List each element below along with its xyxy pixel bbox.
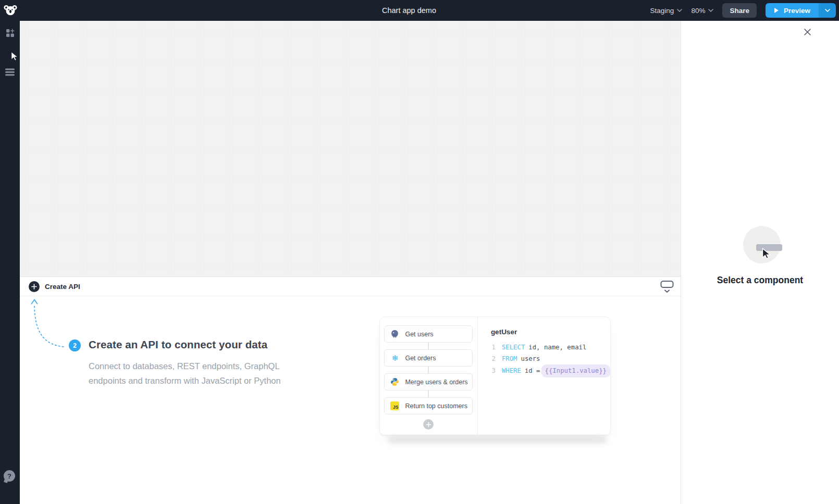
preview-button[interactable]: Preview (766, 3, 819, 18)
chain-connector (428, 367, 429, 373)
query-label: Get users (405, 331, 433, 338)
line-number: 3 (491, 366, 496, 377)
app-canvas[interactable] (20, 21, 681, 277)
template-binding-pill: {{Input1.value}} (541, 364, 610, 377)
topbar-actions: Staging 80% Share Preview (650, 0, 836, 21)
api-illustration-card: Get users ❄ Get orders Merge users & ord… (379, 317, 611, 435)
chain-connector (428, 343, 429, 349)
plus-icon (29, 281, 40, 292)
chevron-down-icon (708, 9, 713, 12)
add-component-button[interactable] (0, 26, 20, 40)
environment-label: Staging (650, 7, 674, 15)
query-name: getUser (491, 328, 610, 336)
query-label: Get orders (405, 355, 436, 362)
panel-collapse-icon (660, 279, 674, 294)
collapse-panel-button[interactable] (660, 279, 674, 295)
help-label: ? (7, 472, 11, 480)
zoom-level: 80% (691, 7, 705, 15)
help-button[interactable]: ? (4, 470, 15, 482)
blurred-next-step (388, 436, 607, 443)
onboarding-title: Create an API to connect your data (89, 338, 267, 351)
onboarding-section: 2 Create an API to connect your data Con… (20, 297, 681, 504)
query-row-return: JS Return top customers (384, 397, 473, 414)
query-chain: Get users ❄ Get orders Merge users & ord… (380, 317, 478, 435)
inspector-panel: Select a component (681, 21, 839, 504)
left-sidebar: ? (0, 21, 20, 504)
query-row-merge: Merge users & orders (384, 373, 473, 390)
query-label: Return top customers (405, 402, 467, 410)
preview-split-button: Preview (766, 3, 836, 18)
line-number: 1 (491, 342, 496, 354)
code-line: 3 WHERE id = {{Input1.value}} (491, 364, 610, 377)
share-button[interactable]: Share (722, 3, 757, 18)
query-code-preview: getUser 1 SELECT id, name, email 2 FROM … (478, 317, 610, 435)
sql-text: id = (525, 366, 540, 377)
sql-text: users (521, 354, 540, 365)
add-component-icon (5, 28, 15, 38)
chevron-down-icon (825, 9, 830, 12)
close-panel-button[interactable] (803, 28, 812, 37)
dashed-arrow (20, 297, 93, 354)
preview-options-button[interactable] (819, 3, 836, 18)
code-line: 1 SELECT id, name, email (491, 342, 610, 354)
create-api-button[interactable]: Create API (29, 281, 80, 292)
koala-logo[interactable] (4, 4, 17, 17)
topbar: Chart app demo Staging 80% Share Preview (0, 0, 839, 21)
onboarding-description: Connect to databases, REST endpoints, Gr… (89, 359, 281, 388)
select-component-illustration (743, 226, 781, 263)
query-row-get-users: Get users (384, 325, 473, 343)
postgresql-icon (390, 330, 399, 338)
sql-keyword: FROM (502, 354, 517, 365)
query-label: Merge users & orders (405, 379, 467, 386)
sql-keyword: WHERE (502, 366, 521, 377)
sql-text: id, name, email (528, 342, 586, 354)
zoom-dropdown[interactable]: 80% (691, 7, 713, 15)
sql-keyword: SELECT (502, 342, 525, 354)
python-icon (390, 377, 399, 386)
play-icon (774, 7, 779, 14)
line-number: 2 (491, 354, 496, 365)
app-list-button[interactable] (0, 65, 20, 79)
environment-dropdown[interactable]: Staging (650, 7, 683, 15)
create-api-label: Create API (45, 283, 80, 291)
description-line-2: endpoints and transform with JavaScript … (89, 376, 281, 385)
chevron-down-icon (677, 9, 682, 12)
javascript-icon: JS (390, 401, 399, 410)
add-query-icon (423, 419, 434, 430)
code-line: 2 FROM users (491, 354, 610, 365)
step-2-badge: 2 (69, 339, 81, 351)
query-row-get-orders: ❄ Get orders (384, 349, 473, 367)
snowflake-icon: ❄ (390, 354, 399, 362)
chain-connector (428, 390, 429, 397)
app-window: Chart app demo Staging 80% Share Preview (0, 0, 839, 504)
preview-label: Preview (784, 7, 810, 15)
description-line-1: Connect to databases, REST endpoints, Gr… (89, 361, 280, 371)
close-icon (804, 28, 811, 36)
pointer-cursor-icon (762, 248, 771, 259)
empty-state-title: Select a component (681, 275, 839, 286)
api-panel-header: Create API (20, 278, 681, 296)
app-title: Chart app demo (382, 0, 436, 21)
menu-icon (5, 68, 15, 76)
mouse-cursor-icon (10, 51, 19, 61)
